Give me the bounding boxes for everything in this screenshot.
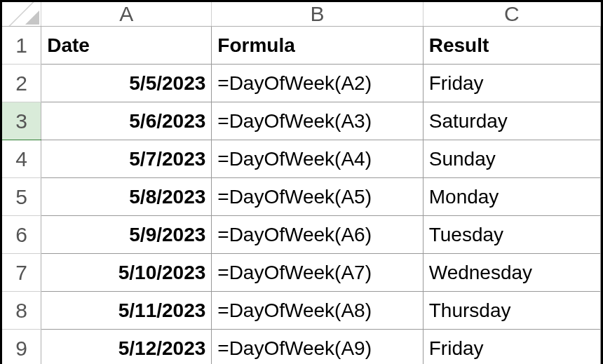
cell-C2[interactable]: Friday	[423, 65, 600, 102]
table-row: 2 5/5/2023 =DayOfWeek(A2) Friday	[2, 65, 601, 102]
cell-B9[interactable]: =DayOfWeek(A9)	[212, 330, 423, 365]
cell-C7[interactable]: Wednesday	[423, 254, 600, 292]
table-row: 8 5/11/2023 =DayOfWeek(A8) Thursday	[2, 292, 601, 330]
cell-A4[interactable]: 5/7/2023	[41, 140, 212, 178]
column-header-A[interactable]: A	[41, 2, 212, 27]
table-row: 6 5/9/2023 =DayOfWeek(A6) Tuesday	[2, 216, 601, 254]
cell-C8[interactable]: Thursday	[423, 292, 600, 330]
cell-A9[interactable]: 5/12/2023	[41, 330, 212, 365]
cell-B3[interactable]: =DayOfWeek(A3)	[212, 102, 423, 140]
svg-marker-0	[25, 11, 39, 25]
cell-B6[interactable]: =DayOfWeek(A6)	[212, 216, 423, 254]
cell-A6[interactable]: 5/9/2023	[41, 216, 212, 254]
cell-C1[interactable]: Result	[423, 27, 600, 65]
cell-B8[interactable]: =DayOfWeek(A8)	[212, 292, 423, 330]
row-header-7[interactable]: 7	[2, 254, 41, 292]
row-header-4[interactable]: 4	[2, 140, 41, 178]
cell-A7[interactable]: 5/10/2023	[41, 254, 212, 292]
table-row: 9 5/12/2023 =DayOfWeek(A9) Friday	[2, 330, 601, 365]
row-header-2[interactable]: 2	[2, 65, 41, 102]
cell-A2[interactable]: 5/5/2023	[41, 65, 212, 102]
row-header-1[interactable]: 1	[2, 27, 41, 65]
table-row: 1 Date Formula Result	[2, 27, 601, 65]
cell-A5[interactable]: 5/8/2023	[41, 178, 212, 216]
select-all-triangle-icon	[25, 11, 39, 25]
row-header-8[interactable]: 8	[2, 292, 41, 330]
cell-B2[interactable]: =DayOfWeek(A2)	[212, 65, 423, 102]
cell-C9[interactable]: Friday	[423, 330, 600, 365]
spreadsheet: A B C 1 Date Formula Result 2 5/5/2023 =…	[0, 0, 603, 364]
cell-C6[interactable]: Tuesday	[423, 216, 600, 254]
column-header-row: A B C	[2, 2, 601, 27]
cell-A8[interactable]: 5/11/2023	[41, 292, 212, 330]
table-row: 5 5/8/2023 =DayOfWeek(A5) Monday	[2, 178, 601, 216]
cell-C4[interactable]: Sunday	[423, 140, 600, 178]
cell-B5[interactable]: =DayOfWeek(A5)	[212, 178, 423, 216]
cell-B4[interactable]: =DayOfWeek(A4)	[212, 140, 423, 178]
column-header-B[interactable]: B	[212, 2, 423, 27]
table-row: 7 5/10/2023 =DayOfWeek(A7) Wednesday	[2, 254, 601, 292]
table-row: 3 5/6/2023 =DayOfWeek(A3) Saturday	[2, 102, 601, 140]
cell-A1[interactable]: Date	[41, 27, 212, 65]
cell-C3[interactable]: Saturday	[423, 102, 600, 140]
grid: A B C 1 Date Formula Result 2 5/5/2023 =…	[2, 2, 601, 364]
cell-B7[interactable]: =DayOfWeek(A7)	[212, 254, 423, 292]
cell-B1[interactable]: Formula	[212, 27, 423, 65]
row-header-6[interactable]: 6	[2, 216, 41, 254]
select-all-corner[interactable]	[2, 2, 41, 27]
column-header-C[interactable]: C	[423, 2, 600, 27]
cell-C5[interactable]: Monday	[423, 178, 600, 216]
table-row: 4 5/7/2023 =DayOfWeek(A4) Sunday	[2, 140, 601, 178]
row-header-5[interactable]: 5	[2, 178, 41, 216]
cell-A3[interactable]: 5/6/2023	[41, 102, 212, 140]
row-header-3[interactable]: 3	[2, 102, 41, 140]
row-header-9[interactable]: 9	[2, 330, 41, 365]
